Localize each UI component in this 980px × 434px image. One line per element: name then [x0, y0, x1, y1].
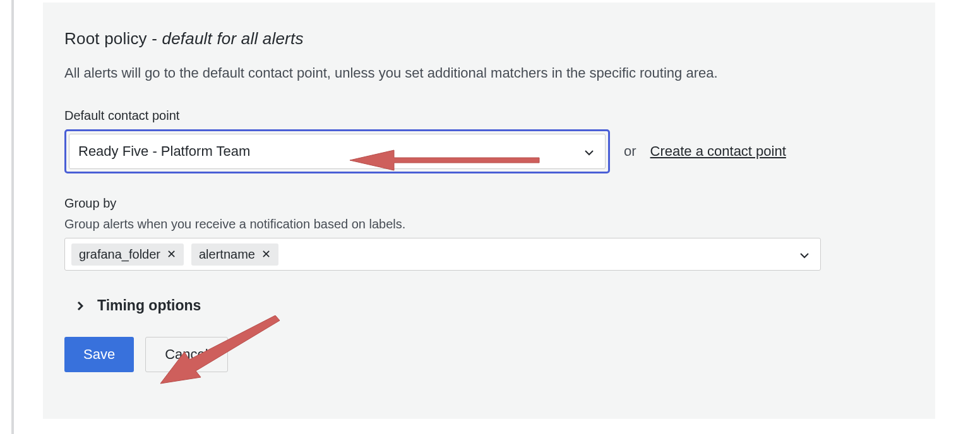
create-contact-point-link[interactable]: Create a contact point	[650, 143, 786, 160]
chip-alertname: alertname ✕	[191, 243, 278, 266]
chevron-down-icon	[585, 147, 594, 156]
panel-description: All alerts will go to the default contac…	[64, 62, 914, 83]
save-button[interactable]: Save	[64, 337, 134, 372]
chip-remove-icon[interactable]: ✕	[261, 249, 271, 260]
title-italic: default for all alerts	[162, 29, 304, 48]
or-text: or	[624, 143, 636, 160]
chip-label: alertname	[199, 247, 255, 262]
chip-label: grafana_folder	[79, 247, 160, 262]
timing-options-label: Timing options	[97, 297, 201, 314]
chevron-right-icon	[77, 301, 85, 311]
group-by-select[interactable]: grafana_folder ✕ alertname ✕	[64, 238, 821, 271]
contact-point-field: Default contact point Ready Five - Platf…	[64, 108, 914, 173]
contact-point-select[interactable]: Ready Five - Platform Team	[64, 129, 610, 173]
contact-point-value: Ready Five - Platform Team	[78, 143, 250, 160]
panel-title: Root policy - default for all alerts	[64, 29, 914, 49]
cancel-button[interactable]: Cancel	[145, 337, 227, 372]
group-by-field: Group by Group alerts when you receive a…	[64, 196, 914, 271]
chevron-down-icon	[800, 250, 809, 259]
root-policy-panel: Root policy - default for all alerts All…	[43, 3, 935, 419]
timing-options-toggle[interactable]: Timing options	[77, 297, 914, 314]
chip-grafana-folder: grafana_folder ✕	[71, 243, 184, 266]
chip-remove-icon[interactable]: ✕	[167, 249, 176, 260]
contact-point-label: Default contact point	[64, 108, 914, 123]
title-prefix: Root policy -	[64, 29, 162, 48]
group-by-helper: Group alerts when you receive a notifica…	[64, 217, 914, 232]
group-by-label: Group by	[64, 196, 914, 211]
